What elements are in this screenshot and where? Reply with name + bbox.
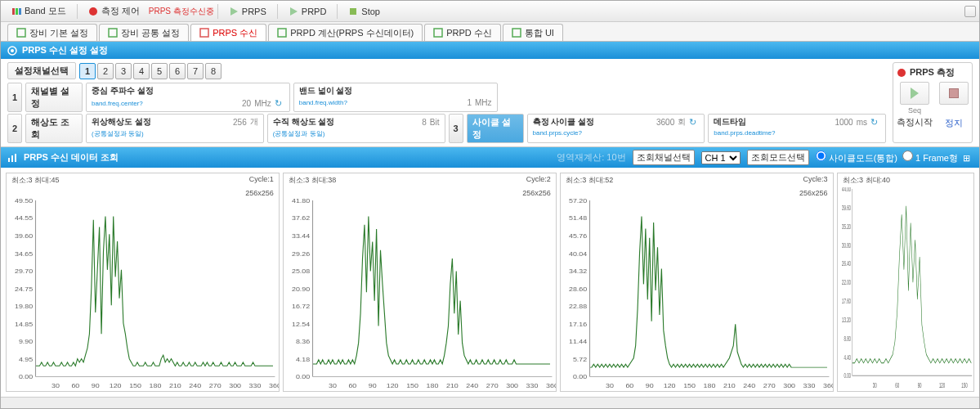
view-mode-cycle[interactable]: 사이클모드(통합)	[816, 151, 897, 164]
channel-button-1[interactable]: 1	[79, 63, 96, 79]
svg-rect-9	[200, 29, 208, 37]
resolution-query-button[interactable]: 해상도 조회	[25, 114, 83, 143]
svg-text:60: 60	[625, 382, 633, 389]
svg-text:240: 240	[466, 382, 478, 389]
chart-4: 최소:3 최대:400.004.408.8013.2017.6022.0026.…	[837, 173, 974, 392]
chart-cycle: Cycle:2	[526, 175, 551, 186]
svg-text:33.44: 33.44	[292, 231, 311, 239]
svg-text:210: 210	[446, 382, 459, 389]
chart-min-max: 최소:3 최대:40	[843, 175, 891, 186]
channel-button-5[interactable]: 5	[151, 63, 168, 79]
svg-text:120: 120	[663, 382, 675, 389]
svg-text:30: 30	[51, 382, 60, 389]
view-channel-select[interactable]: CH 1	[701, 151, 741, 164]
svg-text:29.70: 29.70	[15, 267, 34, 275]
svg-text:60: 60	[71, 382, 79, 389]
refresh-icon[interactable]: ↻	[870, 117, 880, 127]
tab-icon	[512, 28, 521, 38]
per-channel-config-button[interactable]: 채널별 설정	[25, 83, 83, 112]
svg-text:41.80: 41.80	[292, 199, 311, 204]
svg-text:60: 60	[895, 381, 899, 389]
tab-5[interactable]: 통합 UI	[503, 24, 563, 41]
svg-text:210: 210	[169, 382, 181, 389]
svg-marker-4	[230, 7, 238, 16]
deadtime-field: 데드타임1000ms↻ band.prps.deadtime?	[708, 114, 886, 143]
svg-text:22.88: 22.88	[569, 303, 588, 310]
band-icon	[11, 7, 21, 16]
chart-min-max: 최소:3 최대:38	[289, 175, 337, 186]
svg-text:180: 180	[426, 382, 438, 389]
measure-panel-title: PRPS 측정	[910, 66, 955, 79]
svg-text:300: 300	[506, 382, 518, 389]
channel-select-row: 설정채널선택 12345678	[7, 62, 886, 79]
expand-icon[interactable]: ⊞	[963, 153, 973, 163]
measure-stop-button[interactable]: 정지	[939, 82, 969, 129]
meas-status-label: PRPS 측정수신중	[149, 6, 214, 17]
channel-button-3[interactable]: 3	[115, 63, 132, 79]
svg-text:14.85: 14.85	[15, 320, 34, 327]
svg-rect-11	[434, 29, 442, 37]
svg-text:270: 270	[209, 382, 222, 389]
refresh-icon[interactable]: ↻	[275, 98, 284, 108]
svg-text:9.90: 9.90	[19, 338, 34, 345]
row1-num: 1	[7, 83, 22, 112]
svg-text:60: 60	[348, 382, 356, 389]
svg-text:4.40: 4.40	[844, 353, 851, 361]
section2-sub: 영역재계산: 10번	[557, 151, 625, 164]
svg-text:19.80: 19.80	[15, 303, 34, 310]
chart-min-max: 최소:3 최대:45	[11, 175, 60, 186]
minimize-button[interactable]	[964, 6, 976, 17]
channel-button-4[interactable]: 4	[133, 63, 150, 79]
tab-label: 장비 기본 설정	[29, 27, 88, 39]
svg-text:360: 360	[269, 382, 279, 389]
svg-text:150: 150	[683, 382, 696, 389]
tab-icon	[16, 28, 26, 38]
tab-2[interactable]: PRPS 수신	[190, 24, 266, 41]
tab-3[interactable]: PRPD 계산(PRPS 수신데이터)	[268, 24, 423, 41]
svg-text:34.32: 34.32	[569, 267, 588, 275]
channel-button-8[interactable]: 8	[205, 63, 222, 79]
svg-text:120: 120	[110, 382, 122, 389]
tab-0[interactable]: 장비 기본 설정	[7, 24, 97, 41]
main-toolbar: Band 모드 측정 제어 PRPS 측정수신중 PRPS PRPD Stop	[1, 1, 979, 22]
section2-title: PRPS 수신 데이터 조회	[24, 151, 119, 164]
svg-text:0.00: 0.00	[19, 373, 34, 380]
tab-label: PRPD 계산(PRPS 수신데이터)	[290, 27, 414, 39]
measure-start-button[interactable]: Seq 측정시작	[897, 82, 933, 129]
svg-text:12.54: 12.54	[292, 320, 311, 327]
svg-text:330: 330	[803, 382, 815, 389]
channel-button-7[interactable]: 7	[187, 63, 204, 79]
svg-text:39.60: 39.60	[842, 204, 851, 212]
horizontal-scrollbar[interactable]	[1, 397, 979, 408]
data-view-header: PRPS 수신 데이터 조회 영역재계산: 10번 조회채널선택 CH 1 조회…	[1, 147, 979, 168]
center-freq-field: 중심 주파수 설정 band.freq.center?20MHz↻	[86, 83, 290, 112]
prpd-label: PRPD	[302, 7, 327, 16]
chart-min-max: 최소:3 최대:52	[566, 175, 614, 186]
svg-text:40.04: 40.04	[569, 249, 588, 257]
svg-text:44.55: 44.55	[15, 214, 34, 222]
channel-button-2[interactable]: 2	[97, 63, 114, 79]
view-channel-label: 조회채널선택	[633, 150, 695, 165]
svg-rect-1	[16, 8, 18, 15]
svg-point-15	[897, 69, 906, 77]
svg-text:22.00: 22.00	[842, 279, 851, 286]
tab-1[interactable]: 장비 공통 설정	[99, 24, 189, 41]
svg-rect-18	[15, 154, 16, 162]
view-mode-frame[interactable]: 1 Frame형	[902, 151, 958, 164]
svg-rect-2	[19, 8, 21, 15]
svg-text:90: 90	[369, 382, 377, 389]
refresh-icon[interactable]: ↻	[689, 117, 699, 127]
stop-button[interactable]: Stop	[341, 4, 387, 19]
cycle-config-button[interactable]: 사이클 설정	[467, 114, 524, 143]
svg-text:150: 150	[406, 382, 418, 389]
channel-button-6[interactable]: 6	[169, 63, 186, 79]
svg-text:0.00: 0.00	[844, 372, 851, 380]
svg-text:0.00: 0.00	[573, 373, 588, 380]
band-mode-label: Band 모드	[25, 5, 66, 17]
meas-ctrl-button[interactable]: 측정 제어	[81, 2, 147, 20]
band-mode-button[interactable]: Band 모드	[4, 2, 74, 20]
svg-text:39.60: 39.60	[15, 231, 34, 239]
prps-button[interactable]: PRPS	[222, 4, 274, 19]
prpd-button[interactable]: PRPD	[281, 4, 334, 19]
tab-4[interactable]: PRPD 수신	[424, 24, 501, 41]
